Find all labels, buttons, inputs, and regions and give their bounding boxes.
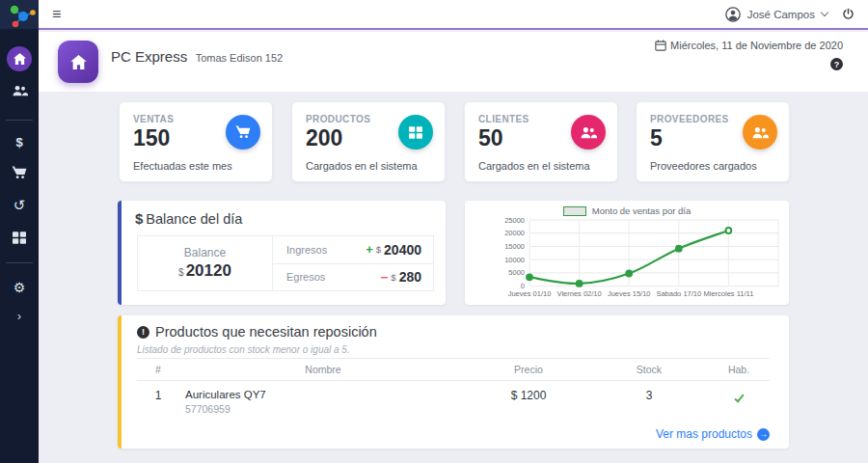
sidebar: $ ↺ ⚙ › xyxy=(0,0,39,463)
dollar-icon: $ xyxy=(135,210,143,227)
product-name: Auriculares QY7 xyxy=(185,389,467,400)
svg-text:5000: 5000 xyxy=(508,268,525,277)
egresos-label: Egresos xyxy=(286,271,325,283)
col-header-num: # xyxy=(137,364,179,375)
balance-title: $Balance del día xyxy=(135,210,242,227)
sidebar-item-users[interactable] xyxy=(0,85,39,96)
ingresos-value: + $20400 xyxy=(366,242,421,258)
arrow-circle-right-icon: → xyxy=(757,428,770,441)
egresos-row: Egresos − $280 xyxy=(273,263,433,291)
product-price: $ 1200 xyxy=(467,389,590,402)
product-enabled-cell xyxy=(708,389,770,406)
stat-caption: Cargados en el sistema xyxy=(306,160,418,172)
stat-card-proveedores: PROVEEDORES 5 Proveedores cargados xyxy=(636,101,790,182)
ingresos-row: Ingresos + $20400 xyxy=(273,236,433,263)
svg-text:25000: 25000 xyxy=(504,216,525,225)
user-menu[interactable]: José Campos xyxy=(725,7,854,22)
store-address: Tomas Edison 152 xyxy=(196,52,284,64)
balance-box: Balance $20120 Ingresos + $20400 Egresos… xyxy=(137,235,434,291)
plus-icon: + xyxy=(366,242,373,257)
svg-text:Sabado 17/10: Sabado 17/10 xyxy=(656,289,701,298)
hamburger-menu-icon[interactable]: ≡ xyxy=(52,7,61,22)
products-subtitle: Listado de productos con stock menor o i… xyxy=(137,344,350,355)
balance-value: $20120 xyxy=(178,261,231,281)
col-header-stock: Stock xyxy=(590,364,708,375)
sidebar-item-sales[interactable]: $ xyxy=(0,135,39,150)
products-table: # Nombre Precio Stock Hab. 1 Auriculares… xyxy=(137,358,770,421)
user-circle-icon xyxy=(725,7,741,22)
egresos-value: − $280 xyxy=(381,269,421,285)
col-header-hab: Hab. xyxy=(708,364,770,375)
grid-icon xyxy=(398,115,433,150)
sales-line-chart: 0500010000150002000025000Jueves 01/10Vie… xyxy=(465,201,789,305)
stat-card-clientes: CLIENTES 50 Cargados en el sistema xyxy=(464,101,618,182)
molecule-logo-icon xyxy=(3,2,36,27)
stat-caption: Efectuadas este mes xyxy=(133,160,232,172)
calendar-icon xyxy=(655,40,666,51)
sidebar-divider xyxy=(6,262,33,263)
home-tile-button[interactable] xyxy=(58,41,98,83)
grid-icon xyxy=(13,232,26,244)
sidebar-item-history[interactable]: ↺ xyxy=(0,197,39,214)
col-header-nombre: Nombre xyxy=(179,364,467,375)
stat-caption: Cargados en el sistema xyxy=(478,160,590,172)
ver-mas-productos-link[interactable]: Ver mas productos → xyxy=(656,427,770,441)
row-number: 1 xyxy=(137,389,179,402)
cart-icon xyxy=(226,115,260,150)
svg-text:15000: 15000 xyxy=(504,242,525,251)
alert-icon: ! xyxy=(137,326,149,339)
svg-text:10000: 10000 xyxy=(504,256,525,264)
help-button[interactable]: ? xyxy=(830,58,843,70)
users-icon xyxy=(743,115,777,150)
logout-button[interactable] xyxy=(842,8,854,20)
product-code: 57706959 xyxy=(185,403,467,415)
topbar: ≡ José Campos xyxy=(39,0,868,30)
sidebar-item-purchases[interactable] xyxy=(0,166,39,179)
stat-card-ventas: VENTAS 150 Efectuadas este mes xyxy=(119,101,273,182)
sales-chart-panel: Monto de ventas por día 0500010000150002… xyxy=(465,201,789,305)
user-name: José Campos xyxy=(747,9,815,20)
product-name-cell: Auriculares QY7 57706959 xyxy=(179,389,467,415)
minus-icon: − xyxy=(381,270,389,285)
table-row[interactable]: 1 Auriculares QY7 57706959 $ 1200 3 xyxy=(137,381,770,421)
svg-text:Miercoles 11/11: Miercoles 11/11 xyxy=(703,289,753,298)
sidebar-divider xyxy=(6,120,33,121)
enabled-check-icon xyxy=(734,393,744,403)
svg-text:Jueves 15/10: Jueves 15/10 xyxy=(608,289,651,298)
cart-icon xyxy=(12,166,27,179)
home-icon xyxy=(70,55,87,69)
balance-label: Balance xyxy=(184,246,226,259)
stat-card-productos: PRODUCTOS 200 Cargados en el sistema xyxy=(291,101,446,182)
products-title: ! Productos que necesitan reposición xyxy=(137,324,377,340)
col-header-precio: Precio xyxy=(467,364,590,375)
power-icon xyxy=(842,8,854,20)
active-indicator xyxy=(7,46,32,71)
app-logo[interactable] xyxy=(0,0,39,29)
stat-caption: Proveedores cargados xyxy=(650,160,757,172)
sidebar-item-modules[interactable] xyxy=(0,232,39,244)
svg-text:Viernes 02/10: Viernes 02/10 xyxy=(557,289,602,298)
date-text: Miércoles, 11 de Noviembre de 2020 xyxy=(670,40,843,51)
chevron-down-icon xyxy=(821,9,828,16)
home-icon xyxy=(14,53,26,65)
users-icon xyxy=(571,115,606,150)
sidebar-expand-button[interactable]: › xyxy=(0,309,39,323)
balance-panel: $Balance del día Balance $20120 Ingresos… xyxy=(118,201,446,305)
product-stock: 3 xyxy=(590,389,708,402)
table-header-row: # Nombre Precio Stock Hab. xyxy=(137,358,770,381)
products-panel: ! Productos que necesitan reposición Lis… xyxy=(118,315,789,449)
svg-text:Jueves 01/10: Jueves 01/10 xyxy=(508,289,552,298)
current-date: Miércoles, 11 de Noviembre de 2020 xyxy=(655,40,843,51)
page-header: PC Express Tomas Edison 152 Miércoles, 1… xyxy=(39,32,868,92)
page-title: PC Express Tomas Edison 152 xyxy=(111,48,283,66)
sidebar-item-settings[interactable]: ⚙ xyxy=(0,280,39,295)
sidebar-item-home[interactable] xyxy=(0,46,39,71)
svg-text:20000: 20000 xyxy=(504,229,525,237)
store-name: PC Express xyxy=(111,48,187,65)
ingresos-label: Ingresos xyxy=(286,244,327,256)
users-icon xyxy=(12,85,28,96)
